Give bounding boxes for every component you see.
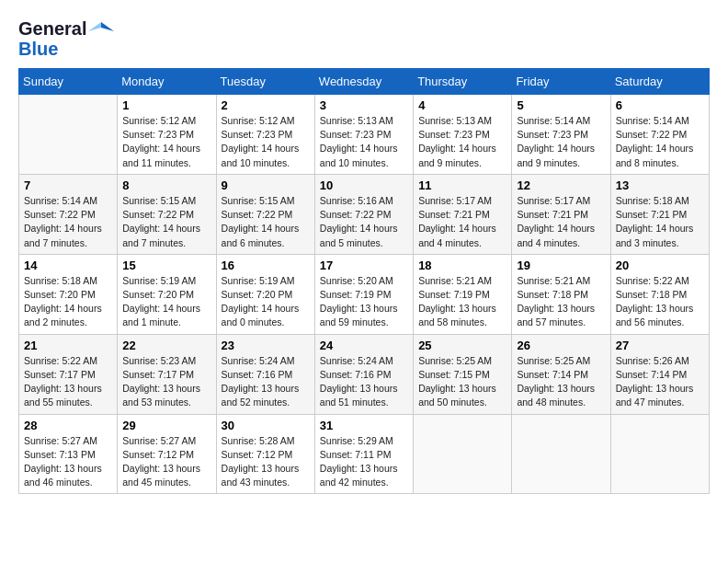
- day-number: 21: [24, 339, 112, 352]
- calendar-cell: [19, 95, 118, 175]
- calendar-week-1: 7Sunrise: 5:14 AM Sunset: 7:22 PM Daylig…: [19, 174, 710, 254]
- calendar-cell: 11Sunrise: 5:17 AM Sunset: 7:21 PM Dayli…: [414, 174, 512, 254]
- day-info: Sunrise: 5:16 AM Sunset: 7:22 PM Dayligh…: [320, 194, 408, 250]
- day-number: 1: [122, 98, 210, 112]
- day-number: 12: [517, 178, 605, 192]
- day-info: Sunrise: 5:29 AM Sunset: 7:11 PM Dayligh…: [320, 434, 408, 490]
- day-number: 15: [122, 259, 210, 272]
- calendar-cell: 25Sunrise: 5:25 AM Sunset: 7:15 PM Dayli…: [414, 334, 512, 414]
- day-info: Sunrise: 5:25 AM Sunset: 7:14 PM Dayligh…: [517, 354, 605, 410]
- calendar-cell: 28Sunrise: 5:27 AM Sunset: 7:13 PM Dayli…: [19, 414, 118, 494]
- calendar-week-3: 21Sunrise: 5:22 AM Sunset: 7:17 PM Dayli…: [19, 334, 710, 414]
- calendar-cell: [512, 414, 610, 494]
- col-header-saturday: Saturday: [610, 69, 709, 95]
- calendar-cell: 15Sunrise: 5:19 AM Sunset: 7:20 PM Dayli…: [118, 254, 216, 334]
- svg-marker-0: [101, 22, 114, 31]
- calendar-week-2: 14Sunrise: 5:18 AM Sunset: 7:20 PM Dayli…: [19, 254, 710, 334]
- calendar-cell: 17Sunrise: 5:20 AM Sunset: 7:19 PM Dayli…: [314, 254, 413, 334]
- day-number: 24: [320, 339, 408, 352]
- day-number: 18: [418, 259, 506, 272]
- day-number: 11: [418, 178, 506, 192]
- logo: General Blue: [18, 18, 114, 59]
- logo-general: General: [18, 18, 86, 39]
- day-number: 7: [24, 178, 112, 192]
- col-header-wednesday: Wednesday: [314, 69, 413, 95]
- day-number: 29: [122, 419, 210, 432]
- calendar-cell: 10Sunrise: 5:16 AM Sunset: 7:22 PM Dayli…: [314, 174, 413, 254]
- day-info: Sunrise: 5:13 AM Sunset: 7:23 PM Dayligh…: [418, 114, 506, 170]
- calendar-cell: 29Sunrise: 5:27 AM Sunset: 7:12 PM Dayli…: [118, 414, 216, 494]
- day-info: Sunrise: 5:12 AM Sunset: 7:23 PM Dayligh…: [222, 114, 310, 170]
- day-number: 6: [616, 98, 704, 112]
- day-number: 22: [122, 339, 210, 352]
- day-info: Sunrise: 5:28 AM Sunset: 7:12 PM Dayligh…: [222, 434, 310, 490]
- svg-marker-1: [88, 22, 101, 31]
- day-number: 27: [616, 339, 704, 352]
- calendar-cell: 27Sunrise: 5:26 AM Sunset: 7:14 PM Dayli…: [610, 334, 709, 414]
- day-info: Sunrise: 5:27 AM Sunset: 7:13 PM Dayligh…: [24, 434, 112, 490]
- calendar-cell: 20Sunrise: 5:22 AM Sunset: 7:18 PM Dayli…: [610, 254, 709, 334]
- day-info: Sunrise: 5:17 AM Sunset: 7:21 PM Dayligh…: [517, 194, 605, 250]
- day-number: 3: [320, 98, 408, 112]
- day-info: Sunrise: 5:22 AM Sunset: 7:18 PM Dayligh…: [616, 274, 704, 330]
- day-number: 17: [320, 259, 408, 272]
- day-info: Sunrise: 5:19 AM Sunset: 7:20 PM Dayligh…: [122, 274, 210, 330]
- day-number: 8: [122, 178, 210, 192]
- day-info: Sunrise: 5:23 AM Sunset: 7:17 PM Dayligh…: [122, 354, 210, 410]
- calendar-cell: 2Sunrise: 5:12 AM Sunset: 7:23 PM Daylig…: [216, 95, 314, 175]
- col-header-thursday: Thursday: [414, 69, 512, 95]
- day-number: 9: [222, 178, 310, 192]
- day-info: Sunrise: 5:18 AM Sunset: 7:20 PM Dayligh…: [24, 274, 112, 330]
- day-info: Sunrise: 5:15 AM Sunset: 7:22 PM Dayligh…: [222, 194, 310, 250]
- day-info: Sunrise: 5:19 AM Sunset: 7:20 PM Dayligh…: [222, 274, 310, 330]
- day-number: 2: [222, 98, 310, 112]
- calendar-cell: 1Sunrise: 5:12 AM Sunset: 7:23 PM Daylig…: [118, 95, 216, 175]
- day-info: Sunrise: 5:14 AM Sunset: 7:22 PM Dayligh…: [616, 114, 704, 170]
- calendar-cell: 22Sunrise: 5:23 AM Sunset: 7:17 PM Dayli…: [118, 334, 216, 414]
- calendar-cell: 23Sunrise: 5:24 AM Sunset: 7:16 PM Dayli…: [216, 334, 314, 414]
- calendar-week-4: 28Sunrise: 5:27 AM Sunset: 7:13 PM Dayli…: [19, 414, 710, 494]
- calendar-table: SundayMondayTuesdayWednesdayThursdayFrid…: [18, 68, 710, 494]
- day-number: 5: [517, 98, 605, 112]
- day-number: 30: [222, 419, 310, 432]
- day-info: Sunrise: 5:27 AM Sunset: 7:12 PM Dayligh…: [122, 434, 210, 490]
- day-info: Sunrise: 5:13 AM Sunset: 7:23 PM Dayligh…: [320, 114, 408, 170]
- calendar-cell: 6Sunrise: 5:14 AM Sunset: 7:22 PM Daylig…: [610, 95, 709, 175]
- col-header-tuesday: Tuesday: [216, 69, 314, 95]
- calendar-cell: 12Sunrise: 5:17 AM Sunset: 7:21 PM Dayli…: [512, 174, 610, 254]
- day-info: Sunrise: 5:25 AM Sunset: 7:15 PM Dayligh…: [418, 354, 506, 410]
- day-info: Sunrise: 5:24 AM Sunset: 7:16 PM Dayligh…: [320, 354, 408, 410]
- col-header-sunday: Sunday: [19, 69, 118, 95]
- calendar-cell: 7Sunrise: 5:14 AM Sunset: 7:22 PM Daylig…: [19, 174, 118, 254]
- day-number: 23: [222, 339, 310, 352]
- calendar-cell: 21Sunrise: 5:22 AM Sunset: 7:17 PM Dayli…: [19, 334, 118, 414]
- calendar-cell: 8Sunrise: 5:15 AM Sunset: 7:22 PM Daylig…: [118, 174, 216, 254]
- day-number: 20: [616, 259, 704, 272]
- calendar-cell: 4Sunrise: 5:13 AM Sunset: 7:23 PM Daylig…: [414, 95, 512, 175]
- col-header-friday: Friday: [512, 69, 610, 95]
- day-info: Sunrise: 5:14 AM Sunset: 7:22 PM Dayligh…: [24, 194, 112, 250]
- day-number: 16: [222, 259, 310, 272]
- day-number: 25: [418, 339, 506, 352]
- day-info: Sunrise: 5:20 AM Sunset: 7:19 PM Dayligh…: [320, 274, 408, 330]
- day-number: 4: [418, 98, 506, 112]
- calendar-cell: 14Sunrise: 5:18 AM Sunset: 7:20 PM Dayli…: [19, 254, 118, 334]
- day-info: Sunrise: 5:18 AM Sunset: 7:21 PM Dayligh…: [616, 194, 704, 250]
- day-info: Sunrise: 5:14 AM Sunset: 7:23 PM Dayligh…: [517, 114, 605, 170]
- calendar-cell: 26Sunrise: 5:25 AM Sunset: 7:14 PM Dayli…: [512, 334, 610, 414]
- calendar-week-0: 1Sunrise: 5:12 AM Sunset: 7:23 PM Daylig…: [19, 95, 710, 175]
- day-info: Sunrise: 5:21 AM Sunset: 7:18 PM Dayligh…: [517, 274, 605, 330]
- calendar-cell: [414, 414, 512, 494]
- calendar-cell: 31Sunrise: 5:29 AM Sunset: 7:11 PM Dayli…: [314, 414, 413, 494]
- page-header: General Blue: [18, 18, 710, 59]
- day-number: 19: [517, 259, 605, 272]
- day-info: Sunrise: 5:15 AM Sunset: 7:22 PM Dayligh…: [122, 194, 210, 250]
- day-info: Sunrise: 5:24 AM Sunset: 7:16 PM Dayligh…: [222, 354, 310, 410]
- calendar-cell: 19Sunrise: 5:21 AM Sunset: 7:18 PM Dayli…: [512, 254, 610, 334]
- day-info: Sunrise: 5:17 AM Sunset: 7:21 PM Dayligh…: [418, 194, 506, 250]
- day-info: Sunrise: 5:26 AM Sunset: 7:14 PM Dayligh…: [616, 354, 704, 410]
- calendar-cell: [610, 414, 709, 494]
- logo-bird-icon: [88, 18, 114, 39]
- logo-blue: Blue: [18, 39, 58, 59]
- day-number: 10: [320, 178, 408, 192]
